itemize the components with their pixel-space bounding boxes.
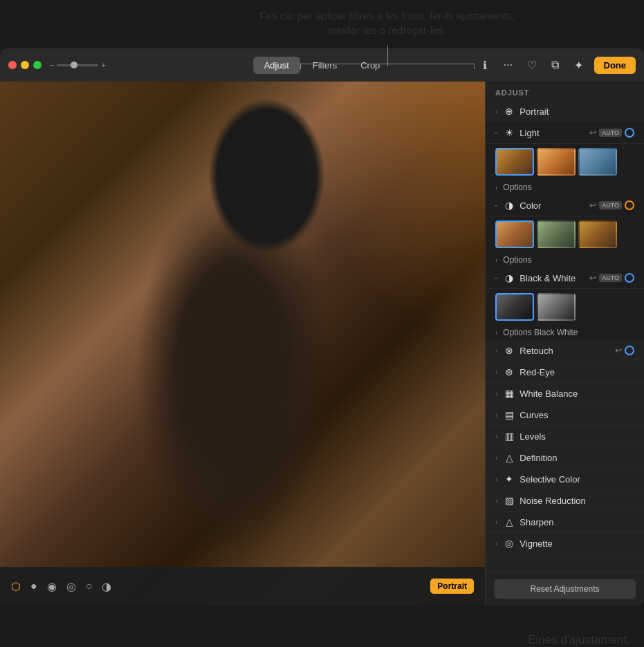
color-thumb-3[interactable] <box>578 221 617 248</box>
tooltip-text: Fes clic per aplicar filtres a les fotos… <box>259 10 515 36</box>
tab-adjust[interactable]: Adjust <box>253 57 300 74</box>
portrait-badge[interactable]: Portrait <box>430 579 474 594</box>
sidebar: ADJUST › ⊕ Portrait › ☀ Light ↩ <box>485 82 644 606</box>
close-button[interactable] <box>8 61 17 69</box>
light-toggle[interactable] <box>625 128 634 138</box>
reset-adjustments-button[interactable]: Reset Adjustments <box>494 579 636 599</box>
color-thumbnails <box>486 216 644 252</box>
done-button[interactable]: Done <box>594 57 636 74</box>
sidebar-item-light[interactable]: › ☀ Light ↩ AUTO <box>486 122 644 144</box>
bw-controls: ↩ AUTO <box>589 273 634 283</box>
view-icon-circle5[interactable]: ◑ <box>102 580 111 593</box>
chevron-retouch: › <box>495 347 497 355</box>
light-options-row[interactable]: › Options <box>486 180 644 195</box>
sidebar-scroll[interactable]: › ⊕ Portrait › ☀ Light ↩ AUTO <box>486 101 644 572</box>
view-icon-circle2[interactable]: ◉ <box>47 580 57 593</box>
bw-options-chevron: › <box>495 329 497 337</box>
white-balance-icon: ▦ <box>503 388 515 399</box>
light-thumb-3[interactable] <box>578 148 617 176</box>
sidebar-item-selective-color[interactable]: › ✦ Selective Color <box>486 469 644 490</box>
color-options-chevron: › <box>495 256 497 264</box>
bw-icon: ◑ <box>503 272 515 283</box>
curves-label: Curves <box>519 410 634 420</box>
bw-label: Black & White <box>519 273 585 283</box>
favorite-icon[interactable]: ♡ <box>524 57 540 73</box>
light-auto-badge[interactable]: AUTO <box>599 129 622 137</box>
sidebar-item-color[interactable]: › ◑ Color ↩ AUTO <box>486 195 644 216</box>
color-thumb-2[interactable] <box>537 221 576 248</box>
minimize-button[interactable] <box>21 61 29 69</box>
bw-thumbnails <box>486 289 644 325</box>
sidebar-item-retouch[interactable]: › ⊗ Retouch ↩ <box>486 340 644 362</box>
bw-thumb-1[interactable] <box>495 293 534 321</box>
chevron-red-eye: › <box>495 368 497 376</box>
sidebar-item-curves[interactable]: › ▤ Curves <box>486 404 644 426</box>
color-toggle[interactable] <box>625 200 634 210</box>
brightness-slider[interactable] <box>57 64 98 66</box>
sharpen-icon: △ <box>503 516 515 527</box>
content-area: ⬡ ● ◉ ◎ ○ ◑ Portrait ADJUST › ⊕ Portrait <box>0 82 644 606</box>
sidebar-item-vignette[interactable]: › ◎ Vignette <box>486 533 644 554</box>
chevron-color: › <box>493 204 500 206</box>
color-options-row[interactable]: › Options <box>486 252 644 268</box>
chevron-bw: › <box>493 276 500 279</box>
red-eye-icon: ⊛ <box>503 366 515 377</box>
brightness-control[interactable]: − + <box>50 61 106 69</box>
light-thumbnails <box>486 144 644 180</box>
color-reset-icon[interactable]: ↩ <box>589 200 596 210</box>
vignette-label: Vignette <box>519 538 634 549</box>
retouch-reset-icon[interactable]: ↩ <box>615 346 622 355</box>
chevron-definition: › <box>495 454 497 462</box>
sidebar-item-levels[interactable]: › ▥ Levels <box>486 426 644 447</box>
bw-section: › ◑ Black & White ↩ AUTO <box>486 268 644 340</box>
view-icon-hex[interactable]: ⬡ <box>11 580 21 593</box>
light-thumb-1[interactable] <box>495 148 534 176</box>
color-label: Color <box>519 200 585 211</box>
light-reset-icon[interactable]: ↩ <box>589 128 596 138</box>
sidebar-item-black-white[interactable]: › ◑ Black & White ↩ AUTO <box>486 268 644 289</box>
sidebar-item-red-eye[interactable]: › ⊛ Red-Eye <box>486 362 644 383</box>
tooltip-line <box>387 46 388 66</box>
view-icon-circle4[interactable]: ○ <box>86 580 93 592</box>
light-section: › ☀ Light ↩ AUTO <box>486 122 644 195</box>
sidebar-item-definition[interactable]: › △ Definition <box>486 447 644 469</box>
brightness-plus-icon[interactable]: + <box>101 61 105 69</box>
selective-color-icon: ✦ <box>503 473 515 485</box>
sidebar-item-white-balance[interactable]: › ▦ White Balance <box>486 383 644 404</box>
chevron-white-balance: › <box>495 390 497 397</box>
bw-reset-icon[interactable]: ↩ <box>589 273 596 283</box>
chevron-portrait: › <box>495 108 497 115</box>
info-icon[interactable]: ℹ <box>477 57 493 73</box>
retouch-label: Retouch <box>519 346 611 356</box>
bw-thumb-2[interactable] <box>537 293 576 321</box>
noise-reduction-icon: ▨ <box>503 495 515 506</box>
chevron-curves: › <box>495 411 497 419</box>
brightness-thumb <box>71 62 77 68</box>
color-icon: ◑ <box>503 200 515 211</box>
brightness-minus-icon[interactable]: − <box>50 61 54 69</box>
color-thumb-1[interactable] <box>495 221 534 248</box>
view-icon-circle3[interactable]: ◎ <box>66 580 76 593</box>
sidebar-item-noise-reduction[interactable]: › ▨ Noise Reduction <box>486 490 644 512</box>
more-options-icon[interactable]: ··· <box>500 57 517 73</box>
light-label: Light <box>519 128 585 138</box>
retouch-toggle[interactable] <box>625 346 634 355</box>
maximize-button[interactable] <box>33 61 42 69</box>
color-auto-badge[interactable]: AUTO <box>599 201 622 209</box>
bw-auto-badge[interactable]: AUTO <box>599 274 622 282</box>
bw-toggle[interactable] <box>625 273 634 283</box>
chevron-light: › <box>493 131 500 133</box>
magic-wand-icon[interactable]: ✦ <box>571 57 587 73</box>
curves-icon: ▤ <box>503 409 515 420</box>
retouch-controls: ↩ <box>615 346 634 355</box>
vignette-icon: ◎ <box>503 538 515 549</box>
view-icon-circle1[interactable]: ● <box>30 580 37 592</box>
sidebar-item-portrait[interactable]: › ⊕ Portrait <box>486 101 644 122</box>
sidebar-item-sharpen[interactable]: › △ Sharpen <box>486 512 644 533</box>
light-options-label: Options <box>503 182 531 192</box>
light-icon: ☀ <box>503 127 515 138</box>
share-icon[interactable]: ⧉ <box>547 57 564 73</box>
view-controls: ⬡ ● ◉ ◎ ○ ◑ <box>11 580 111 593</box>
bw-options-row[interactable]: › Options Black White <box>486 325 644 340</box>
light-thumb-2[interactable] <box>537 148 576 176</box>
